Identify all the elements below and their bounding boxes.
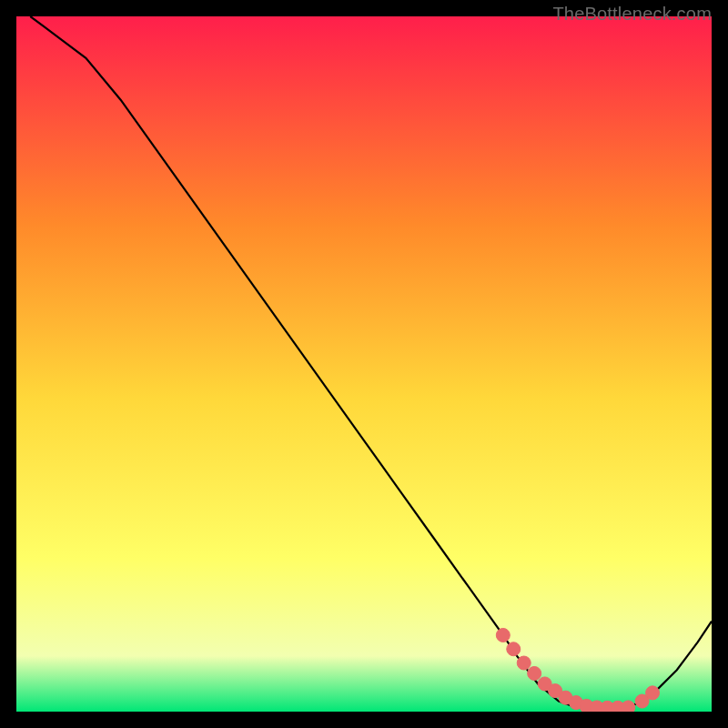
marker-dot bbox=[507, 642, 521, 656]
chart-svg bbox=[16, 16, 712, 712]
marker-dot bbox=[528, 666, 541, 680]
marker-dot bbox=[622, 701, 635, 712]
marker-dot bbox=[496, 628, 510, 642]
chart-area bbox=[16, 16, 712, 712]
watermark-text: TheBottleneck.com bbox=[552, 4, 712, 25]
gradient-background bbox=[16, 16, 712, 712]
marker-dot bbox=[646, 686, 660, 700]
marker-dot bbox=[517, 656, 531, 670]
